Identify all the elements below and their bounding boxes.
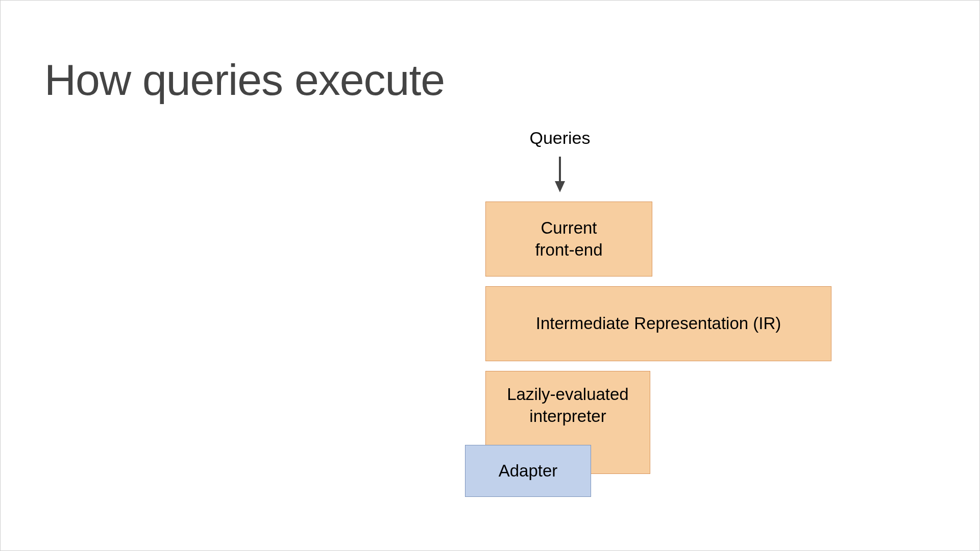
slide-title: How queries execute — [44, 55, 445, 105]
box-intermediate-representation: Intermediate Representation (IR) — [485, 286, 831, 361]
svg-marker-1 — [555, 181, 565, 192]
box-adapter: Adapter — [465, 445, 591, 497]
box-ir-label: Intermediate Representation (IR) — [536, 313, 781, 335]
arrow-down-icon — [554, 157, 566, 194]
box-adapter-label: Adapter — [499, 460, 558, 482]
queries-input-label: Queries — [529, 128, 590, 148]
box-frontend-label: Current front-end — [535, 217, 602, 261]
box-current-frontend: Current front-end — [485, 202, 652, 277]
box-interpreter-label: Lazily-evaluated interpreter — [507, 385, 628, 425]
